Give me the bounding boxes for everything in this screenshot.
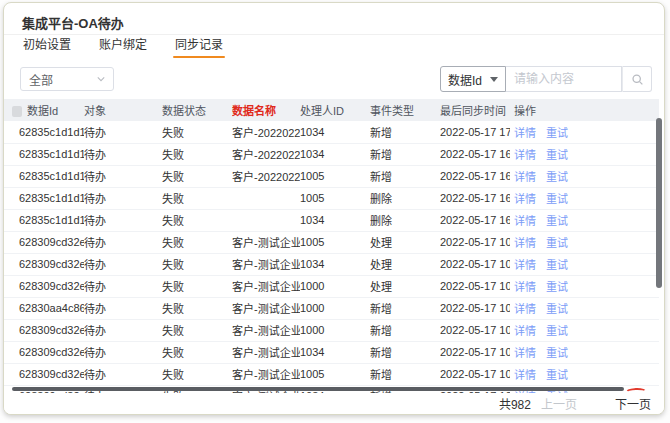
column-header: 事件类型: [370, 99, 440, 121]
cell-data-id: 628309cd32e79...: [4, 275, 84, 297]
cell-event-type: 新增: [370, 165, 440, 187]
detail-link[interactable]: 详情: [514, 325, 536, 337]
cell-event-type: 新增: [370, 143, 440, 165]
actions-cell: 详情重试: [510, 297, 659, 319]
detail-link[interactable]: 详情: [514, 281, 536, 293]
retry-link[interactable]: 重试: [546, 193, 568, 205]
cell-data-status: 失败: [162, 209, 232, 231]
detail-link[interactable]: 详情: [514, 391, 536, 393]
detail-link[interactable]: 详情: [514, 237, 536, 249]
cell-data-status: 失败: [162, 187, 232, 209]
detail-link[interactable]: 详情: [514, 259, 536, 271]
retry-link[interactable]: 重试: [546, 237, 568, 249]
cell-data-id: 628309cd32e79...: [4, 253, 84, 275]
sync-records-table: 数据Id对象数据状态数据名称处理人ID事件类型最后同步时间操作 62835c1d…: [4, 99, 659, 393]
cell-event-type: 删除: [370, 187, 440, 209]
retry-link[interactable]: 重试: [546, 259, 568, 271]
table-area: 数据Id对象数据状态数据名称处理人ID事件类型最后同步时间操作 62835c1d…: [4, 99, 664, 393]
retry-link[interactable]: 重试: [546, 149, 568, 161]
detail-link[interactable]: 详情: [514, 193, 536, 205]
cell-event-type: 新增: [370, 319, 440, 341]
prev-page-button[interactable]: 上一页: [541, 395, 577, 412]
cell-data-status: 失败: [162, 253, 232, 275]
retry-link[interactable]: 重试: [546, 325, 568, 337]
retry-link[interactable]: 重试: [546, 215, 568, 227]
cell-event-type: 处理: [370, 253, 440, 275]
detail-link[interactable]: 详情: [514, 171, 536, 183]
select-all-box: [12, 106, 22, 117]
search-input[interactable]: [506, 66, 622, 92]
cell-data-name: 客户-20220224C...: [232, 165, 300, 187]
tab-2[interactable]: 同步记录: [173, 31, 225, 59]
cell-object: 待办: [84, 275, 162, 297]
cell-data-name: [232, 187, 300, 209]
cell-handler-id: 1034: [300, 253, 370, 275]
retry-link[interactable]: 重试: [546, 303, 568, 315]
column-header: 对象: [84, 99, 162, 121]
column-header: 数据Id: [4, 99, 84, 121]
cell-object: 待办: [84, 363, 162, 385]
detail-link[interactable]: 详情: [514, 127, 536, 139]
tab-label: 初始设置: [23, 38, 71, 52]
search-field-select[interactable]: 数据Id: [440, 66, 506, 92]
detail-link[interactable]: 详情: [514, 149, 536, 161]
cell-handler-id: 1005: [300, 363, 370, 385]
cell-data-name: [232, 209, 300, 231]
page-title: 集成平台-OA待办: [22, 16, 124, 31]
cell-data-status: 失败: [162, 363, 232, 385]
table-row: 628309cd32e79... 待办 失败 客户-测试企业22... 1000…: [4, 319, 659, 341]
cell-data-name: 客户-测试企业22...: [232, 341, 300, 363]
retry-link[interactable]: 重试: [546, 391, 568, 393]
cell-data-id: 62835c1d1d1f40...: [4, 187, 84, 209]
cell-data-id: 628309cd32e79...: [4, 319, 84, 341]
detail-link[interactable]: 详情: [514, 347, 536, 359]
vertical-scrollbar[interactable]: [656, 118, 662, 288]
search-button[interactable]: [622, 66, 652, 92]
detail-link[interactable]: 详情: [514, 215, 536, 227]
cell-handler-id: 1034: [300, 341, 370, 363]
cell-handler-id: 1000: [300, 319, 370, 341]
table-row: 62835c1d1d1f40... 待办 失败 1005 删除 2022-05-…: [4, 187, 659, 209]
next-page-button[interactable]: 下一页: [615, 395, 651, 412]
cell-data-name: 客户-测试企业22...: [232, 275, 300, 297]
cell-data-id: 62835c1d1d1f40...: [4, 143, 84, 165]
category-select[interactable]: 全部: [20, 67, 114, 91]
tab-1[interactable]: 账户绑定: [97, 31, 149, 59]
actions-cell: 详情重试: [510, 275, 659, 297]
magnifier-icon: [631, 73, 644, 86]
actions-cell: 详情重试: [510, 253, 659, 275]
detail-link[interactable]: 详情: [514, 369, 536, 381]
cell-data-name: 客户-测试企业22...: [232, 319, 300, 341]
tab-label: 账户绑定: [99, 38, 147, 52]
cell-object: 待办: [84, 297, 162, 319]
retry-link[interactable]: 重试: [546, 171, 568, 183]
cell-object: 待办: [84, 143, 162, 165]
cell-handler-id: 1000: [300, 297, 370, 319]
pagination-bar: 共982 上一页 下一页: [4, 393, 664, 414]
actions-cell: 详情重试: [510, 209, 659, 231]
cell-handler-id: 1000: [300, 275, 370, 297]
column-header: 最后同步时间: [440, 99, 510, 121]
table-row: 62835c1d1d1f40... 待办 失败 客户-20220224C... …: [4, 143, 659, 165]
retry-link[interactable]: 重试: [546, 281, 568, 293]
tab-0[interactable]: 初始设置: [21, 31, 73, 59]
table-header-row: 数据Id对象数据状态数据名称处理人ID事件类型最后同步时间操作: [4, 99, 659, 121]
cell-event-type: 新增: [370, 297, 440, 319]
actions-cell: 详情重试: [510, 341, 659, 363]
table-row: 628309cd32e79... 待办 失败 客户-测试企业22... 1034…: [4, 341, 659, 363]
detail-link[interactable]: 详情: [514, 303, 536, 315]
cell-data-status: 失败: [162, 165, 232, 187]
retry-link[interactable]: 重试: [546, 369, 568, 381]
cell-data-name: 客户-测试企业22...: [232, 297, 300, 319]
cell-object: 待办: [84, 231, 162, 253]
retry-link[interactable]: 重试: [546, 127, 568, 139]
retry-link[interactable]: 重试: [546, 347, 568, 359]
cell-handler-id: 1005: [300, 165, 370, 187]
table-row: 628309cd32e79... 待办 失败 客户-测试企业22... 1005…: [4, 363, 659, 385]
column-header: 数据名称: [232, 99, 300, 121]
cell-event-type: 新增: [370, 363, 440, 385]
cell-handler-id: 1005: [300, 187, 370, 209]
cell-object: 待办: [84, 121, 162, 143]
horizontal-scrollbar[interactable]: [12, 387, 624, 391]
cell-sync-time: 2022-05-17 17:04: [440, 121, 510, 143]
